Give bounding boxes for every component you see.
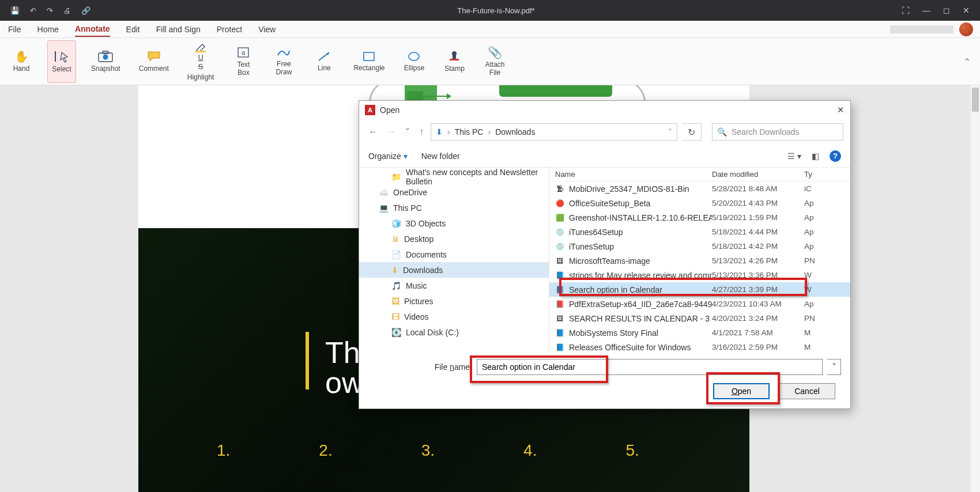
search-input[interactable]: 🔍 Search Downloads	[712, 123, 843, 141]
tool-hand[interactable]: ✋ Hand	[7, 40, 36, 83]
view-mode-icon[interactable]: ☰ ▾	[787, 152, 801, 161]
share-icon[interactable]: 🔗	[81, 6, 91, 15]
file-row[interactable]: 📘strings for May release review and comm…	[549, 268, 850, 282]
tree-item-label: This PC	[393, 203, 422, 213]
close-window-icon[interactable]: ✕	[963, 6, 970, 15]
file-row[interactable]: 🔴OfficeSuiteSetup_Beta5/20/2021 4:43 PMA…	[549, 196, 850, 210]
tool-comment[interactable]: Comment	[135, 40, 172, 83]
scrollbar-thumb[interactable]	[972, 88, 979, 112]
dialog-close-icon[interactable]: ✕	[837, 105, 845, 115]
tree-item[interactable]: ⬇Downloads	[359, 262, 549, 278]
user-avatar[interactable]	[959, 22, 973, 36]
file-row[interactable]: 💿iTunes64Setup5/18/2021 4:44 PMAp	[549, 225, 850, 239]
file-type: W	[804, 285, 828, 294]
file-icon: 🖼	[555, 256, 564, 266]
desktop-icon: 🖥	[391, 234, 399, 244]
organize-menu[interactable]: Organize ▾	[368, 152, 408, 161]
tool-line[interactable]: Line	[310, 40, 338, 83]
breadcrumb-downloads[interactable]: Downloads	[495, 127, 535, 137]
tree-item[interactable]: 📁What's new concepts and Newsletter Bull…	[359, 169, 549, 184]
menu-home[interactable]: Home	[37, 22, 59, 36]
search-icon: 🔍	[717, 127, 727, 137]
breadcrumb-bar[interactable]: ⬇ › This PC › Downloads ˅	[431, 123, 677, 141]
tool-highlight-label: Highlight	[187, 73, 214, 81]
tree-item[interactable]: 🎞Videos	[359, 309, 549, 324]
file-name-dropdown-icon[interactable]: ˅	[827, 359, 841, 375]
breadcrumb-this-pc[interactable]: This PC	[455, 127, 484, 137]
col-date[interactable]: Date modified	[712, 170, 804, 179]
file-list[interactable]: Name Date modified Ty 🗜MobiDrive_25347_M…	[549, 168, 850, 353]
tool-attach[interactable]: 📎 Attach File	[480, 40, 509, 83]
tool-select[interactable]: Select	[47, 40, 76, 83]
tree-item[interactable]: 💻This PC	[359, 200, 549, 215]
file-row[interactable]: 🗜MobiDrive_25347_MDIOS-81-Bin5/28/2021 8…	[549, 181, 850, 196]
file-row[interactable]: 📘Search option in Calendar4/27/2021 3:39…	[549, 282, 850, 297]
tool-stamp[interactable]: Stamp	[440, 40, 469, 83]
undo-icon[interactable]: ↶	[30, 6, 36, 15]
menu-protect[interactable]: Protect	[217, 22, 242, 36]
col-type[interactable]: Ty	[804, 170, 828, 179]
file-row[interactable]: 🟩Greenshot-INSTALLER-1.2.10.6-RELEASE5/1…	[549, 210, 850, 225]
save-icon[interactable]: 💾	[10, 6, 20, 15]
help-icon[interactable]: ?	[830, 150, 841, 162]
menu-edit[interactable]: Edit	[126, 22, 140, 36]
breadcrumb-dropdown-icon[interactable]: ˅	[668, 127, 672, 137]
tree-item[interactable]: 🖥Desktop	[359, 231, 549, 247]
tree-item[interactable]: ☁️OneDrive	[359, 184, 549, 200]
pics-icon: 🖼	[391, 297, 399, 306]
file-row[interactable]: 💿iTunesSetup5/18/2021 4:42 PMAp	[549, 239, 850, 253]
fullscreen-icon[interactable]: ⛶	[902, 6, 910, 15]
tool-snapshot[interactable]: Snapshot	[88, 40, 124, 83]
heading-fragment-2: ow	[325, 365, 363, 400]
tree-item[interactable]: 🖼Pictures	[359, 293, 549, 309]
rectangle-icon	[363, 51, 375, 62]
file-row[interactable]: 📘MobiSystems Story Final4/1/2021 7:58 AM…	[549, 326, 850, 340]
maximize-icon[interactable]: ◻	[943, 6, 950, 15]
tree-item[interactable]: 💽Local Disk (C:)	[359, 324, 549, 340]
print-icon[interactable]: 🖨	[63, 6, 71, 15]
file-row[interactable]: 📘Releases OfficeSuite for Windows3/16/20…	[549, 340, 850, 353]
file-list-header[interactable]: Name Date modified Ty	[549, 168, 850, 181]
file-type: PN	[804, 256, 828, 265]
file-name-input[interactable]	[477, 359, 823, 375]
file-row[interactable]: 🖼MicrosoftTeams-image5/13/2021 4:26 PMPN	[549, 253, 850, 268]
minimize-icon[interactable]: —	[922, 6, 930, 15]
tool-rectangle[interactable]: Rectangle	[350, 40, 388, 83]
tool-highlight[interactable]: U S Highlight	[184, 40, 218, 83]
vertical-scrollbar[interactable]	[971, 85, 980, 492]
tree-item[interactable]: 🎵Music	[359, 278, 549, 293]
tool-freedraw[interactable]: Free Draw	[269, 40, 298, 83]
collapse-ribbon-icon[interactable]: ⌃	[963, 56, 971, 67]
tool-textbox[interactable]: a Text Box	[229, 40, 258, 83]
file-type: Ap	[804, 228, 828, 236]
menu-fill-sign[interactable]: Fill and Sign	[156, 22, 201, 36]
file-date: 5/28/2021 8:48 AM	[712, 184, 804, 193]
strikethrough-icon[interactable]: S	[198, 62, 203, 71]
cancel-button[interactable]: Cancel	[779, 383, 835, 399]
folder-tree[interactable]: 📁What's new concepts and Newsletter Bull…	[359, 168, 549, 353]
file-date: 5/19/2021 1:59 PM	[712, 213, 804, 222]
nav-forward-icon[interactable]: →	[385, 124, 398, 139]
tree-item[interactable]: 📄Documents	[359, 247, 549, 262]
svg-rect-3	[103, 51, 108, 54]
file-row[interactable]: 🖼SEARCH RESULTS IN CALENDAR - 34/20/2021…	[549, 311, 850, 326]
menu-view[interactable]: View	[258, 22, 276, 36]
redo-icon[interactable]: ↷	[47, 6, 53, 15]
file-row[interactable]: 📕PdfExtraSetup-x64_IID_2a6e7ca8-9449-4..…	[549, 297, 850, 311]
tool-ellipse[interactable]: Ellipse	[399, 40, 428, 83]
menu-file[interactable]: File	[8, 22, 21, 36]
dialog-toolbar: Organize ▾ New folder ☰ ▾ ◧ ?	[359, 145, 850, 168]
tree-item[interactable]: 🧊3D Objects	[359, 215, 549, 231]
ellipse-icon	[408, 51, 420, 62]
nav-up-icon[interactable]: ↑	[417, 124, 426, 139]
preview-pane-icon[interactable]: ◧	[812, 152, 819, 161]
new-folder-button[interactable]: New folder	[421, 152, 460, 161]
underline-icon[interactable]: U	[198, 53, 203, 62]
nav-back-icon[interactable]: ←	[366, 124, 380, 139]
col-name[interactable]: Name	[555, 170, 712, 179]
open-button[interactable]: Open	[713, 383, 770, 399]
nav-history-icon[interactable]: ˅	[403, 124, 412, 140]
file-name: MobiSystems Story Final	[569, 328, 658, 338]
menu-annotate[interactable]: Annotate	[75, 22, 110, 37]
refresh-button[interactable]: ↻	[682, 123, 702, 141]
